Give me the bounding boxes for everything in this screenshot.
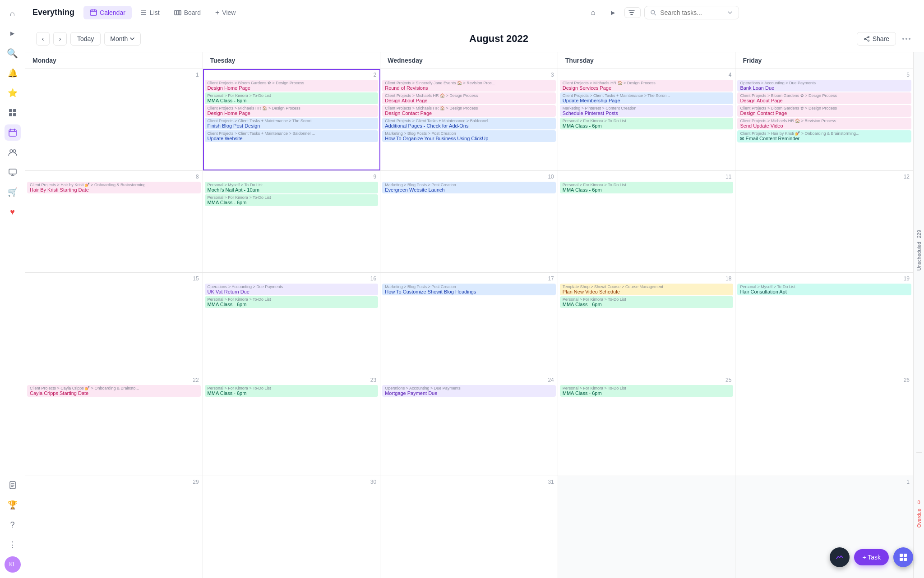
task-item[interactable]: Client Projects > Michaels HR 🏠 > Design… [382,92,556,104]
task-item[interactable]: Personal > For Kimora > To-Do List MMA C… [205,296,379,308]
task-item[interactable]: Client Projects > Client Tasks + Mainten… [205,118,379,129]
day-cell-23[interactable]: 23 Personal > For Kimora > To-Do List MM… [203,374,381,476]
day-cell-9[interactable]: 9 Personal > Myself > To-Do List Mochi's… [203,171,381,272]
task-item[interactable]: Client Projects > Sincerely Jane Events … [382,80,556,92]
today-button[interactable]: Today [70,32,101,46]
task-item[interactable]: Personal > For Kimora > To-Do List MMA C… [205,92,379,104]
task-item[interactable]: Client Projects > Michaels HR 🏠 > Design… [382,105,556,117]
task-item[interactable]: Client Projects > Client Tasks + Mainten… [560,92,734,104]
task-item[interactable]: Operations > Accounting > Due Payments U… [205,284,379,295]
doc-icon[interactable] [5,477,21,493]
task-item[interactable]: Operations > Accounting > Due Payments M… [382,385,556,397]
task-item[interactable]: Client Projects > Michaels HR 🏠 > Design… [560,80,734,92]
tab-list[interactable]: List [134,6,166,19]
calendar-sidebar-icon[interactable] [5,124,21,141]
task-item[interactable]: Client Projects > Hair by Kristi 💅 > Onb… [27,182,201,193]
day-cell-15[interactable]: 15 [25,273,203,374]
task-item[interactable]: Personal > For Kimora > To-Do List MMA C… [560,182,734,193]
next-month-button[interactable]: › [53,32,67,46]
day-cell-10[interactable]: 10 Marketing > Blog Posts > Post Creatio… [380,171,558,272]
task-item[interactable]: Personal > For Kimora > To-Do List MMA C… [560,385,734,397]
more-icon[interactable]: ⋮ [5,537,21,553]
task-item[interactable]: Personal > Myself > To-Do List Hair Cons… [737,284,911,295]
day-cell-4[interactable]: 4 Client Projects > Michaels HR 🏠 > Desi… [558,69,736,170]
svg-point-5 [10,150,13,152]
day-cell-empty1[interactable] [558,476,736,578]
filter-button[interactable] [624,7,641,18]
task-item[interactable]: Personal > For Kimora > To-Do List MMA C… [205,194,379,206]
search-bar[interactable] [644,6,739,19]
more-options-button[interactable] [900,36,913,41]
task-item[interactable]: Marketing > Blog Posts > Post Creation E… [382,182,556,193]
sidebar-icon-arrow[interactable]: ▶ [5,25,21,41]
search-icon[interactable]: 🔍 [5,45,21,61]
task-item[interactable]: Client Projects > Hair by Kristi 💅 > Onb… [737,130,911,142]
task-item[interactable]: Operations > Accounting > Due Payments B… [737,80,911,92]
sidebar-icon-home[interactable]: ⌂ [5,5,21,22]
monitor-icon[interactable] [5,164,21,180]
day-cell-22[interactable]: 22 Client Projects > Cayla Cripps 💅 > On… [25,374,203,476]
task-item[interactable]: Client Projects > Bloom Gardens ✿ > Desi… [737,105,911,117]
grid-icon[interactable] [5,105,21,121]
day-cell-18[interactable]: 18 Template Shop > Showit Course > Cours… [558,273,736,374]
home-breadcrumb-icon[interactable]: ⌂ [585,5,601,21]
day-cell-19[interactable]: 19 Personal > Myself > To-Do List Hair C… [735,273,913,374]
task-item[interactable]: Marketing > Blog Posts > Post Creation H… [382,284,556,295]
month-view-button[interactable]: Month [104,32,141,46]
task-item[interactable]: Client Projects > Client Tasks + Mainten… [205,130,379,142]
user-avatar[interactable]: KL [5,556,21,573]
day-cell-1[interactable]: 1 [25,69,203,170]
day-cell-24[interactable]: 24 Operations > Accounting > Due Payment… [380,374,558,476]
view-tabs: Calendar List Board + View [83,6,242,19]
people-icon[interactable] [5,144,21,161]
task-item[interactable]: Client Projects > Bloom Gardens ✿ > Desi… [205,80,379,92]
day-number [560,478,734,480]
day-number: 22 [27,376,201,384]
search-input[interactable] [660,9,723,16]
task-item[interactable]: Personal > For Kimora > To-Do List MMA C… [205,385,379,397]
day-cell-5[interactable]: 5 Operations > Accounting > Due Payments… [735,69,913,170]
tab-view[interactable]: + View [209,6,242,19]
task-item[interactable]: Marketing > Pinterest > Content Creation… [560,105,734,117]
day-cell-11[interactable]: 11 Personal > For Kimora > To-Do List MM… [558,171,736,272]
day-cell-12[interactable]: 12 [735,171,913,272]
day-cell-31[interactable]: 31 [380,476,558,578]
bell-icon[interactable]: 🔔 [5,65,21,81]
day-cell-29[interactable]: 29 [25,476,203,578]
tab-calendar[interactable]: Calendar [83,6,132,19]
task-item[interactable]: Template Shop > Showit Course > Course M… [560,284,734,295]
day-cell-16[interactable]: 16 Operations > Accounting > Due Payment… [203,273,381,374]
day-cell-3[interactable]: 3 Client Projects > Sincerely Jane Event… [380,69,558,170]
task-item[interactable]: Client Projects > Bloom Gardens ✿ > Desi… [737,92,911,104]
share-button[interactable]: Share [857,32,896,46]
day-cell-8[interactable]: 8 Client Projects > Hair by Kristi 💅 > O… [25,171,203,272]
task-item[interactable]: Personal > For Kimora > To-Do List MMA C… [560,296,734,308]
share-icon [864,36,870,42]
question-icon[interactable]: ? [5,517,21,533]
trophy-icon[interactable]: 🏆 [5,497,21,513]
tab-board[interactable]: Board [168,6,207,19]
task-item[interactable]: Client Projects > Cayla Cripps 💅 > Onboa… [27,385,201,397]
day-cell-26[interactable]: 26 [735,374,913,476]
task-item[interactable]: Client Projects > Client Tasks + Mainten… [382,118,556,129]
task-item[interactable]: Marketing > Blog Posts > Post Creation H… [382,130,556,142]
day-number: 25 [560,376,734,384]
day-header-tuesday: Tuesday [203,52,381,69]
heart-icon[interactable]: ♥ [5,204,21,220]
day-cell-25[interactable]: 25 Personal > For Kimora > To-Do List MM… [558,374,736,476]
star-icon[interactable]: ⭐ [5,85,21,101]
grid-fab-button[interactable] [893,547,913,567]
cart-icon[interactable]: 🛒 [5,184,21,200]
task-item[interactable]: Personal > For Kimora > To-Do List MMA C… [560,118,734,129]
arrow-icon[interactable]: ▶ [605,5,621,21]
task-item[interactable]: Client Projects > Michaels HR 🏠 > Revisi… [737,118,911,129]
clickup-fab-button[interactable] [830,547,850,567]
task-item[interactable]: Client Projects > Michaels HR 🏠 > Design… [205,105,379,117]
calendar-actions: Share [857,32,913,46]
prev-month-button[interactable]: ‹ [36,32,50,46]
task-item[interactable]: Personal > Myself > To-Do List Mochi's N… [205,182,379,193]
day-cell-17[interactable]: 17 Marketing > Blog Posts > Post Creatio… [380,273,558,374]
add-task-button[interactable]: + Task [854,549,889,565]
day-cell-2[interactable]: 2 Client Projects > Bloom Gardens ✿ > De… [203,69,381,170]
day-cell-30[interactable]: 30 [203,476,381,578]
